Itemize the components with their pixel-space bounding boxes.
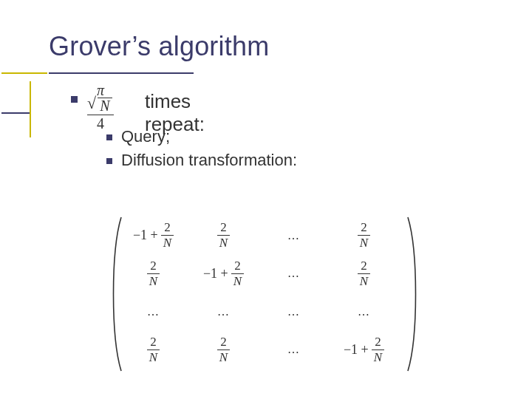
accent-vertical-line <box>30 81 31 137</box>
slide-title: Grover’s algorithm <box>49 31 269 62</box>
diag-prefix: −1 + <box>203 266 228 282</box>
matrix-cell: −1 + 2 N <box>124 221 183 250</box>
matrix-ellipsis: … <box>335 305 394 318</box>
two-over-n: 2 N <box>358 221 370 250</box>
sub-bullet-1-text: Query; <box>121 127 170 146</box>
pi-symbol: π <box>97 82 104 98</box>
two-over-n: 2 N <box>217 221 230 250</box>
repeat-count-expression: π N 4 <box>87 83 114 132</box>
two-over-n: 2 N <box>358 259 370 288</box>
matrix-cell: −1 + 2 N <box>194 259 253 288</box>
matrix-cell: 2 N <box>124 335 183 364</box>
matrix-cell: −1 + 2 N <box>335 335 394 364</box>
fraction-numerator: π N <box>87 83 114 113</box>
title-block: Grover’s algorithm <box>49 31 269 62</box>
accent-navy-segment <box>49 72 194 74</box>
matrix-ellipsis: … <box>194 305 253 318</box>
matrix-cell: 2 N <box>124 259 183 288</box>
matrix-cell: 2 N <box>335 221 394 250</box>
matrix-cell: 2 N <box>194 335 253 364</box>
two-over-n: 2 N <box>147 335 160 364</box>
square-bullet-icon <box>106 134 112 140</box>
accent-horizontal-line <box>1 112 30 114</box>
fraction-denominator: 4 <box>87 115 114 132</box>
sqrt-expression: N <box>89 98 112 113</box>
square-bullet-icon <box>71 96 78 103</box>
matrix-cell: 2 N <box>335 259 394 288</box>
right-paren-icon <box>402 214 424 374</box>
slide: Grover’s algorithm π N 4 times repeat: <box>0 0 532 399</box>
sqrt-radicand: N <box>98 98 112 113</box>
two-over-n: 2 N <box>372 335 384 364</box>
two-over-n: 2 N <box>217 335 230 364</box>
matrix-grid: −1 + 2 N 2 N … 2 <box>118 219 399 366</box>
title-underline <box>49 72 522 74</box>
two-over-n: 2 N <box>161 221 174 250</box>
accent-yellow-segment <box>1 72 47 74</box>
matrix-ellipsis: … <box>265 343 324 356</box>
diffusion-matrix: −1 + 2 N 2 N … 2 <box>118 219 414 371</box>
diag-prefix: −1 + <box>133 228 158 243</box>
matrix-ellipsis: … <box>124 305 183 318</box>
sub-bullet-2-text: Diffusion transformation: <box>121 151 297 170</box>
square-bullet-icon <box>106 158 112 164</box>
matrix-ellipsis: … <box>265 305 324 318</box>
two-over-n: 2 N <box>147 259 160 288</box>
diag-prefix: −1 + <box>344 342 369 358</box>
matrix-ellipsis: … <box>265 267 324 280</box>
two-over-n: 2 N <box>231 259 244 288</box>
matrix-ellipsis: … <box>265 229 324 242</box>
matrix-cell: 2 N <box>194 221 253 250</box>
